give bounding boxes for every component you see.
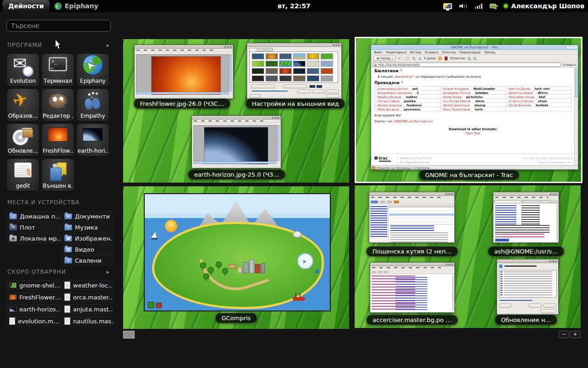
- workspace-3[interactable]: GCompris: [123, 186, 349, 329]
- user-menu[interactable]: Александър Шопов: [503, 2, 584, 10]
- app-appearance[interactable]: Външен в…: [41, 158, 74, 191]
- recent-orca[interactable]: orca.master.…: [62, 292, 113, 302]
- building-graphic: [243, 262, 249, 273]
- app-gcompris[interactable]: Образов…: [6, 88, 40, 121]
- menu-file: Файл: [374, 51, 382, 54]
- place-music[interactable]: ♪ Музика: [62, 222, 113, 232]
- presence-dot: [503, 4, 508, 8]
- app-freshflower[interactable]: FreshFlow…: [41, 123, 74, 156]
- browser-title-text: GNOME на български! - Trac: [451, 46, 498, 49]
- button: [543, 304, 556, 308]
- app-evolution[interactable]: Evolution: [6, 53, 40, 86]
- place-desktop[interactable]: ✎ Плот: [6, 222, 61, 232]
- add-workspace-button[interactable]: +: [570, 331, 580, 338]
- remove-workspace-button[interactable]: −: [559, 331, 569, 338]
- recent-expand-icon[interactable]: ▸: [107, 269, 109, 275]
- red-boat-graphic: [293, 297, 305, 301]
- menu-help: Помощ: [484, 51, 495, 54]
- app-menu[interactable]: Epiphany: [54, 0, 98, 12]
- sailboat-graphic: [151, 232, 157, 238]
- recent-weather-locations[interactable]: weather-loc…: [62, 280, 113, 290]
- place-documents[interactable]: ≡ Документи: [62, 211, 113, 221]
- clock[interactable]: вт, 22:57: [277, 0, 311, 12]
- help-button: [499, 304, 511, 308]
- place-label: Документи: [75, 213, 110, 220]
- workspace-4[interactable]: Пощенска кутия (2 неп… ash@GNOME:/usr/s……: [355, 185, 581, 328]
- gcompris-toolbar-icon: [156, 303, 162, 308]
- place-label: Домашна п…: [20, 213, 61, 220]
- programs-expand-icon[interactable]: ▸: [107, 42, 109, 48]
- translator-cell: →Явор Доганов — yavorescu: [375, 107, 441, 111]
- recent-freshflower[interactable]: FreshFlower…: [6, 292, 61, 302]
- app-label: Обновле…: [8, 148, 38, 154]
- window-evolution-mail[interactable]: [369, 192, 455, 243]
- zoom-out-icon: [473, 57, 476, 60]
- workspace-2-active[interactable]: GNOME на български! - Trac Файл Редактир…: [355, 37, 582, 183]
- window-titlebar: [247, 43, 341, 47]
- window-titlebar: [192, 116, 281, 120]
- update-list: [499, 270, 557, 298]
- place-network[interactable]: ▣ Локална мр…: [6, 233, 61, 243]
- display-settings-icon[interactable]: [443, 3, 452, 9]
- workspace-1[interactable]: FreshFlower.jpg-26.0 (ЧЗС… Настройки на …: [123, 39, 349, 183]
- activities-button[interactable]: Дейности: [2, 0, 50, 12]
- mouse-cursor: [56, 40, 62, 49]
- place-home[interactable]: ⌂ Домашна п…: [6, 211, 61, 221]
- powered-by: Powered by Trac 0.10.3 By Edgewall Softw…: [397, 156, 432, 165]
- tree-graphic: [200, 262, 206, 269]
- back-button: ◀ Назад ▾: [373, 56, 396, 61]
- earth-thumb-icon: [9, 306, 17, 312]
- scrollbar: [193, 161, 277, 164]
- window-gimp-freshflower[interactable]: [134, 45, 233, 99]
- window-titlebar: [370, 263, 454, 266]
- window-label: earth-horizon.jpg-25.0 (ЧЗ…: [188, 169, 286, 180]
- volume-icon[interactable]: [459, 3, 468, 9]
- go-label: Отиване: [563, 63, 576, 67]
- recent-earth-horizon[interactable]: earth-horizo…: [6, 304, 61, 314]
- gimp-canvas: [193, 125, 277, 161]
- workspace-indicator[interactable]: [123, 331, 135, 339]
- window-epiphany-trac[interactable]: GNOME на български! - Trac Файл Редактир…: [371, 45, 578, 170]
- app-gedit[interactable]: gedit: [6, 158, 40, 191]
- mail-list-header: [389, 205, 454, 207]
- building-graphic: [261, 263, 265, 273]
- place-label: Музика: [75, 224, 98, 231]
- url-field: http://fsa-bg.org/project/gtp: [373, 63, 560, 67]
- gedit-icon: [14, 162, 32, 178]
- recent-anjuta[interactable]: anjuta.mast…: [62, 304, 113, 314]
- colors-dropdown: [283, 85, 307, 88]
- text-document-icon: [64, 305, 70, 313]
- network-signal-icon[interactable]: [475, 3, 482, 9]
- wallpaper-grid: [249, 52, 338, 83]
- place-pictures[interactable]: ▣ Изображен…: [62, 233, 113, 243]
- app-gimp[interactable]: Редактор …: [41, 88, 74, 121]
- sun-graphic: [165, 220, 177, 232]
- window-appearance-prefs[interactable]: [247, 43, 342, 99]
- app-empathy[interactable]: Empathy: [76, 88, 109, 121]
- mail-sidebar: [369, 205, 389, 242]
- search-input[interactable]: [6, 20, 111, 32]
- window-software-update[interactable]: [497, 259, 559, 315]
- place-video[interactable]: ▥ Видео: [62, 244, 113, 254]
- translators-table: →Александър Шопов — ash →Атанас Кошаров …: [374, 86, 571, 111]
- window-label: Пощенска кутия (2 неп…: [366, 246, 458, 257]
- battery-icon[interactable]: [490, 4, 496, 8]
- window-terminal[interactable]: [493, 192, 559, 243]
- translator-cell: →Димитър Киров — dkirov: [506, 91, 571, 95]
- update-heading: [504, 265, 537, 267]
- window-gcompris[interactable]: [144, 193, 331, 311]
- recent-label: FreshFlower…: [19, 294, 61, 301]
- window-gimp-earth[interactable]: [192, 115, 281, 168]
- recent-nautilus[interactable]: nautilus.mas…: [62, 316, 113, 326]
- bulletin-link: Бюлетини: [396, 75, 413, 79]
- window-gedit-po[interactable]: [370, 262, 455, 313]
- recent-gnome-shell[interactable]: gnome-shel…: [6, 280, 61, 290]
- app-terminal[interactable]: Терминал: [41, 53, 74, 86]
- top-bar: Дейности Epiphany вт, 22:57 Александър Ш…: [0, 0, 588, 12]
- translator-cell: →Атанас Кошаров — WebCrusader: [440, 86, 506, 91]
- app-earth-horizon[interactable]: earth-hori…: [76, 123, 109, 156]
- place-downloads[interactable]: ↓ Свалени: [62, 255, 113, 265]
- app-software-update[interactable]: Обновле…: [6, 123, 40, 156]
- recent-evolution-po[interactable]: evolution.m…: [6, 316, 61, 326]
- app-epiphany[interactable]: Epiphany: [76, 53, 109, 86]
